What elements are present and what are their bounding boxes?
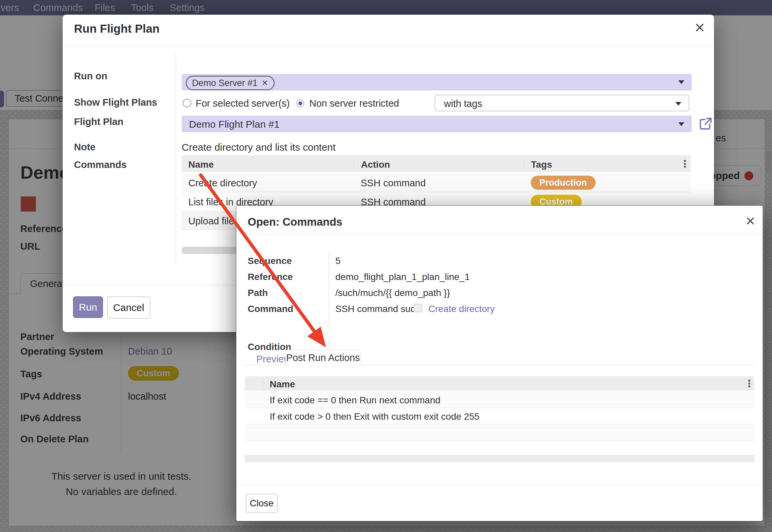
commands-table-header: Name Action Tags ⋮ bbox=[182, 155, 691, 173]
cancel-button[interactable]: Cancel bbox=[107, 296, 150, 319]
col-header-name[interactable]: Name bbox=[188, 159, 214, 170]
actions-table-options-icon[interactable]: ⋮ bbox=[744, 378, 754, 389]
reference-field-label: Reference bbox=[248, 272, 293, 282]
action-row1-name: If exit code == 0 then Run next command bbox=[270, 395, 440, 406]
radio-non-server-restricted-label[interactable]: Non server restricted bbox=[309, 98, 399, 109]
open-commands-modal: Open: Commands × Sequence 5 Reference de… bbox=[236, 205, 763, 521]
server-tag-chip[interactable]: Demo Server #1 ✕ bbox=[186, 76, 275, 90]
run-modal-close-icon[interactable]: × bbox=[695, 21, 705, 34]
table-row[interactable]: Create directory SSH command Production bbox=[182, 173, 691, 192]
flight-plan-field[interactable]: Demo Flight Plan #1 bbox=[182, 116, 692, 132]
path-value: /such/much/{{ demo_path }} bbox=[335, 288, 450, 298]
commands-label: Commands bbox=[74, 159, 127, 170]
sequence-value: 5 bbox=[335, 256, 341, 266]
detail-label-divider bbox=[329, 253, 329, 330]
show-flight-plans-label: Show Flight Plans bbox=[74, 97, 157, 108]
row1-name: Create directory bbox=[188, 178, 257, 189]
actions-table-header: Name ⋮ bbox=[245, 376, 754, 392]
row1-tag-production: Production bbox=[531, 176, 596, 190]
server-tag-label: Demo Server #1 bbox=[192, 78, 258, 88]
action-row2-name: If exit code > 0 then Exit with custom e… bbox=[270, 411, 480, 422]
with-tags-value: with tags bbox=[444, 98, 689, 109]
note-label: Note bbox=[74, 142, 95, 153]
command-checkbox[interactable] bbox=[414, 304, 422, 312]
flight-plan-caret-icon[interactable] bbox=[678, 122, 684, 126]
run-modal-title: Run Flight Plan bbox=[74, 22, 160, 35]
with-tags-select[interactable]: with tags bbox=[435, 95, 689, 111]
list-item[interactable]: If exit code == 0 then Run next command bbox=[245, 392, 754, 408]
close-button[interactable]: Close bbox=[246, 494, 278, 513]
run-on-field[interactable]: Demo Server #1 ✕ bbox=[182, 74, 692, 90]
empty-list-row bbox=[245, 424, 754, 441]
sequence-label: Sequence bbox=[248, 256, 292, 266]
reference-field-value: demo_flight_plan_1_plan_line_1 bbox=[335, 272, 470, 282]
radio-non-server-restricted[interactable] bbox=[296, 99, 304, 107]
condition-label: Condition bbox=[248, 342, 291, 352]
commands-modal-close-icon[interactable]: × bbox=[746, 214, 755, 228]
run-modal-label-divider bbox=[176, 55, 176, 264]
run-button[interactable]: Run bbox=[73, 296, 103, 318]
actions-table-footer-bar bbox=[245, 455, 754, 462]
selector-column-divider bbox=[263, 378, 263, 390]
note-value: Create directory and list its content bbox=[182, 142, 336, 153]
tab-post-run-actions[interactable]: Post Run Actions bbox=[285, 350, 361, 366]
col-header-tags[interactable]: Tags bbox=[524, 159, 552, 170]
radio-for-selected-servers-label[interactable]: For selected server(s) bbox=[196, 98, 290, 109]
radio-dot-icon bbox=[298, 101, 302, 105]
list-item[interactable]: If exit code > 0 then Exit with custom e… bbox=[245, 408, 754, 424]
path-label: Path bbox=[248, 288, 268, 298]
actions-col-header-name[interactable]: Name bbox=[270, 379, 295, 390]
radio-for-selected-servers[interactable] bbox=[183, 99, 191, 107]
flight-plan-value: Demo Flight Plan #1 bbox=[189, 119, 692, 130]
commands-modal-footer-divider bbox=[236, 485, 762, 485]
command-value: SSH command sudo bbox=[335, 304, 421, 314]
with-tags-caret-icon bbox=[675, 102, 681, 106]
run-modal-header-divider bbox=[63, 45, 714, 46]
table-options-icon[interactable]: ⋮ bbox=[680, 158, 690, 170]
command-label: Command bbox=[248, 304, 293, 314]
create-directory-link[interactable]: Create directory bbox=[428, 304, 495, 314]
col-header-action[interactable]: Action bbox=[354, 159, 390, 170]
row1-action: SSH command bbox=[361, 178, 426, 189]
flight-plan-label: Flight Plan bbox=[74, 116, 123, 127]
commands-modal-title: Open: Commands bbox=[248, 216, 342, 228]
server-tag-remove-icon[interactable]: ✕ bbox=[262, 78, 268, 88]
external-link-icon[interactable] bbox=[699, 117, 713, 131]
run-on-dropdown-caret-icon[interactable] bbox=[678, 80, 684, 84]
run-on-label: Run on bbox=[74, 71, 107, 82]
commands-modal-header-divider bbox=[236, 234, 762, 234]
